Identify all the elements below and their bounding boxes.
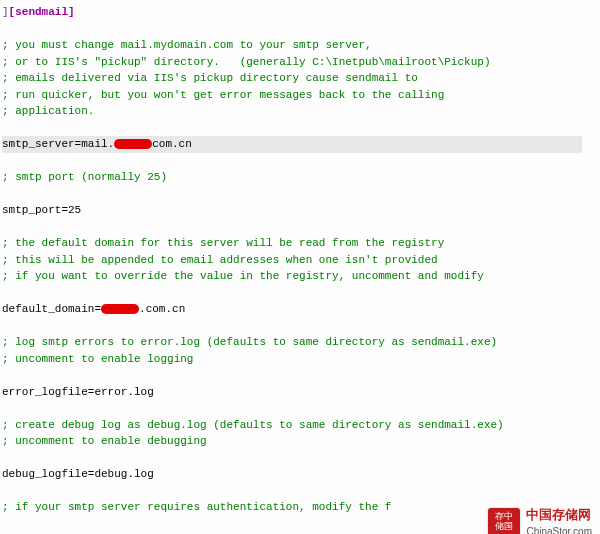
redaction	[114, 139, 152, 149]
default-domain-suffix: .com.cn	[139, 303, 185, 315]
bracket-open: ]	[2, 6, 9, 18]
comment-line: ; create debug log as debug.log (default…	[2, 419, 504, 431]
comment-line: ; uncomment to enable logging	[2, 353, 193, 365]
highlighted-line: smtp_server=mail.com.cn	[2, 136, 582, 153]
comment-line: ; emails delivered via IIS's pickup dire…	[2, 72, 418, 84]
section-header: [sendmail]	[9, 6, 75, 18]
comment-line: ; the default domain for this server wil…	[2, 237, 444, 249]
comment-line: ; if you want to override the value in t…	[2, 270, 484, 282]
smtp-server-suffix: com.cn	[152, 138, 192, 150]
comment-line: ; run quicker, but you won't get error m…	[2, 89, 444, 101]
comment-line: ; or to IIS's "pickup" directory. (gener…	[2, 56, 490, 68]
default-domain-setting: default_domain=	[2, 303, 101, 315]
debug-logfile-setting: debug_logfile=debug.log	[2, 468, 154, 480]
comment-line: ; if your smtp server requires authentic…	[2, 501, 391, 513]
comment-line: ; you must change mail.mydomain.com to y…	[2, 39, 372, 51]
comment-line: ; this will be appended to email address…	[2, 254, 438, 266]
comment-line: ; smtp port (normally 25)	[2, 171, 167, 183]
comment-line: ; uncomment to enable debugging	[2, 435, 207, 447]
error-logfile-setting: error_logfile=error.log	[2, 386, 154, 398]
smtp-port-setting: smtp_port=25	[2, 204, 81, 216]
comment-line: ; application.	[2, 105, 94, 117]
comment-line: ; log smtp errors to error.log (defaults…	[2, 336, 497, 348]
redaction	[101, 304, 139, 314]
smtp-server-setting: smtp_server=mail.	[2, 138, 114, 150]
config-file: ][sendmail] ; you must change mail.mydom…	[0, 0, 600, 534]
